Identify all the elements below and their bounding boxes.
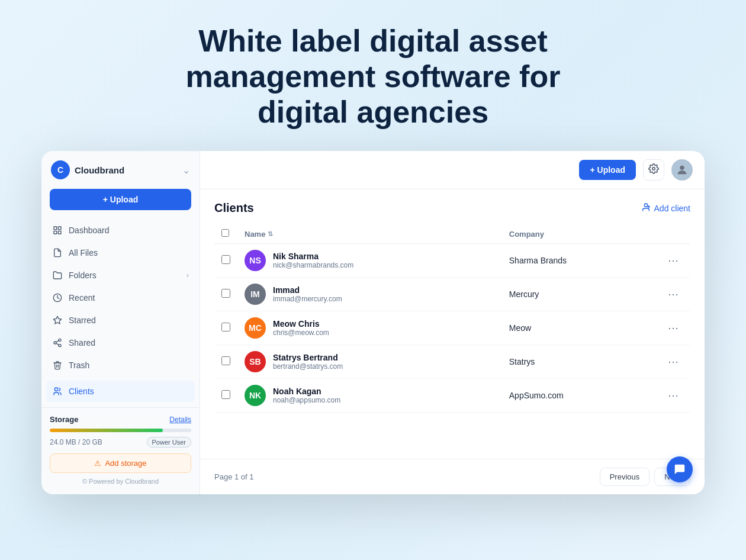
client-company: Statrys [502, 345, 656, 379]
client-info: NK Noah Kagan noah@appsumo.com [245, 385, 495, 406]
client-info: NS Nik Sharma nick@sharmabrands.com [245, 250, 495, 271]
sidebar-item-folders[interactable]: Folders › [46, 265, 195, 286]
table-footer: Page 1 of 1 Previous Next [200, 459, 705, 494]
trash-icon [52, 360, 63, 371]
row-checkbox[interactable] [221, 390, 230, 399]
client-avatar: IM [245, 284, 266, 305]
sidebar-nav: Dashboard All Files Folders › Recent Sta… [41, 220, 200, 407]
row-more-button[interactable]: ⋯ [663, 319, 683, 337]
hero-title: White label digital asset management sof… [166, 24, 580, 130]
svg-point-11 [54, 388, 57, 391]
brand-chevron-icon[interactable]: ⌄ [182, 165, 190, 176]
shared-icon [52, 337, 63, 348]
sidebar-bottom: Storage Details 24.0 MB / 20 GB Power Us… [41, 407, 200, 494]
sidebar-item-shared-label: Shared [69, 338, 95, 347]
sidebar-item-all-files-label: All Files [69, 248, 98, 258]
client-email: immad@mercury.com [273, 295, 342, 303]
sidebar-item-recent-label: Recent [69, 293, 95, 302]
warning-icon: ⚠ [94, 459, 101, 468]
svg-line-10 [56, 341, 59, 343]
recent-icon [52, 292, 63, 303]
add-storage-button[interactable]: ⚠ Add storage [50, 453, 191, 473]
settings-button[interactable] [643, 159, 664, 181]
page-info: Page 1 of 1 [214, 472, 254, 481]
previous-button[interactable]: Previous [600, 468, 650, 486]
table-row[interactable]: NK Noah Kagan noah@appsumo.com AppSumo.c… [214, 379, 690, 413]
storage-bar-fill [50, 429, 163, 432]
row-checkbox[interactable] [221, 255, 230, 264]
svg-point-13 [680, 166, 684, 170]
sidebar-item-folders-label: Folders [69, 271, 97, 280]
client-company: Meow [502, 311, 656, 345]
client-email: chris@meow.com [273, 329, 329, 337]
storage-bar [50, 429, 191, 432]
client-company: Sharma Brands [502, 244, 656, 278]
powered-by: © Powered by Cloudbrand [50, 473, 191, 487]
user-avatar[interactable] [671, 159, 693, 181]
sidebar-item-trash[interactable]: Trash [46, 355, 195, 376]
svg-rect-3 [54, 231, 57, 234]
brand-logo: C [51, 160, 70, 179]
sidebar-item-clients[interactable]: Clients [46, 381, 195, 402]
power-user-badge: Power User [147, 437, 191, 448]
client-name: Statrys Bertrand [273, 353, 343, 362]
sidebar-item-clients-label: Clients [69, 387, 94, 396]
client-info: SB Statrys Bertrand bertrand@statrys.com [245, 351, 495, 372]
name-column-header[interactable]: Name ⇅ [245, 230, 495, 239]
svg-line-9 [56, 343, 59, 345]
starred-icon [52, 315, 63, 326]
add-client-icon [641, 202, 651, 214]
client-name: Nik Sharma [273, 252, 353, 261]
sidebar-item-shared[interactable]: Shared [46, 332, 195, 353]
row-checkbox[interactable] [221, 289, 230, 298]
client-avatar: MC [245, 317, 266, 339]
sidebar-upload-button[interactable]: + Upload [50, 189, 191, 210]
sidebar-item-dashboard[interactable]: Dashboard [46, 220, 195, 241]
select-all-checkbox[interactable] [221, 229, 229, 237]
app-window: C Cloudbrand ⌄ + Upload Dashboard All Fi… [41, 151, 705, 494]
table-row[interactable]: MC Meow Chris chris@meow.com Meow ⋯ [214, 311, 690, 345]
sidebar-item-all-files[interactable]: All Files [46, 242, 195, 263]
storage-details-link[interactable]: Details [169, 416, 191, 424]
client-email: bertrand@statrys.com [273, 362, 343, 371]
row-more-button[interactable]: ⋯ [663, 387, 683, 404]
storage-label: Storage [50, 415, 78, 424]
topbar-upload-button[interactable]: + Upload [579, 160, 636, 180]
client-avatar: SB [245, 351, 266, 372]
svg-marker-5 [53, 317, 61, 324]
row-more-button[interactable]: ⋯ [663, 252, 683, 269]
gear-icon [648, 163, 659, 176]
table-row[interactable]: NS Nik Sharma nick@sharmabrands.com Shar… [214, 244, 690, 278]
topbar: + Upload [200, 151, 705, 189]
sidebar-item-dashboard-label: Dashboard [69, 226, 110, 235]
main-content: + Upload C [200, 151, 705, 494]
dashboard-icon [52, 225, 63, 236]
all-files-icon [52, 247, 63, 258]
sidebar-item-starred[interactable]: Starred [46, 310, 195, 331]
svg-point-14 [644, 204, 647, 207]
row-checkbox[interactable] [221, 323, 230, 332]
row-checkbox[interactable] [221, 356, 230, 365]
sidebar-item-recent[interactable]: Recent [46, 287, 195, 308]
svg-rect-2 [58, 231, 61, 234]
sidebar: C Cloudbrand ⌄ + Upload Dashboard All Fi… [41, 151, 200, 494]
clients-area: Clients Add client [200, 189, 705, 459]
client-name: Noah Kagan [273, 387, 340, 396]
sort-icon: ⇅ [268, 230, 273, 238]
table-row[interactable]: SB Statrys Bertrand bertrand@statrys.com… [214, 345, 690, 379]
folders-icon [52, 270, 63, 281]
row-more-button[interactable]: ⋯ [663, 353, 683, 371]
svg-rect-1 [58, 227, 61, 230]
client-info: IM Immad immad@mercury.com [245, 284, 495, 305]
client-email: noah@appsumo.com [273, 396, 340, 404]
row-more-button[interactable]: ⋯ [663, 285, 683, 303]
sidebar-brand: C Cloudbrand ⌄ [41, 160, 200, 189]
client-avatar: NS [245, 250, 266, 271]
client-company: Mercury [502, 278, 656, 311]
svg-rect-0 [54, 227, 57, 230]
brand-info: C Cloudbrand [51, 160, 124, 179]
table-row[interactable]: IM Immad immad@mercury.com Mercury ⋯ [214, 278, 690, 311]
clients-icon [52, 386, 63, 397]
add-client-button[interactable]: Add client [641, 202, 690, 214]
storage-size: 24.0 MB / 20 GB [50, 438, 102, 446]
